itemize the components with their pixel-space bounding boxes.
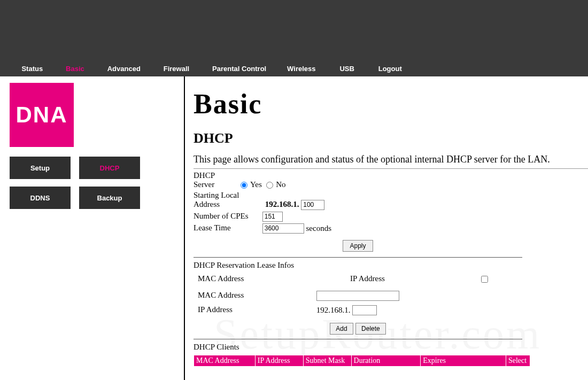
- divider: [194, 257, 522, 258]
- dhcp-server-row: DHCP Server Yes No: [194, 171, 588, 189]
- add-button[interactable]: Add: [330, 323, 353, 335]
- brand-logo: DNA: [10, 83, 74, 147]
- subnav-label: Backup: [97, 194, 122, 202]
- subnav-setup[interactable]: Setup: [10, 157, 71, 179]
- form-ip-label: IP Address: [198, 305, 314, 314]
- reservation-select-all-checkbox[interactable]: [481, 276, 488, 283]
- clients-title: DHCP Clients: [194, 343, 588, 352]
- nav-status[interactable]: Status: [21, 61, 43, 76]
- reservation-col-ip: IP Address: [350, 274, 468, 283]
- reservation-title: DHCP Reservation Lease Infos: [194, 261, 588, 270]
- page-description: This page allows configuration and statu…: [194, 154, 588, 165]
- section-heading: DHCP: [194, 130, 588, 146]
- subnav-backup[interactable]: Backup: [79, 187, 140, 209]
- reservation-form: MAC Address IP Address 192.168.1.: [198, 291, 588, 315]
- subnav-label: Setup: [30, 164, 50, 172]
- form-ip-input[interactable]: [352, 305, 377, 315]
- page-title: Basic: [194, 88, 588, 120]
- nav-basic[interactable]: Basic: [66, 61, 84, 76]
- clients-header-row: MAC Address IP Address Subnet Mask Durat…: [194, 355, 530, 366]
- form-ip-prefix: 192.168.1.: [316, 305, 351, 314]
- start-label: Starting Local Address: [194, 191, 263, 209]
- clients-h-mac: MAC Address: [194, 355, 256, 366]
- dhcp-server-label: DHCP Server: [194, 171, 236, 189]
- lease-row: Lease Time seconds: [194, 223, 588, 234]
- start-value-input[interactable]: [301, 200, 324, 210]
- lease-label: Lease Time: [194, 223, 260, 232]
- top-nav: Status Basic Advanced Firewall Parental …: [0, 61, 588, 76]
- clients-h-ip: IP Address: [255, 355, 303, 366]
- clients-h-expires: Expires: [421, 355, 506, 366]
- apply-button[interactable]: Apply: [343, 240, 373, 252]
- cpe-input[interactable]: [262, 212, 283, 222]
- subnav-dhcp[interactable]: DHCP: [79, 157, 140, 179]
- header-banner: Status Basic Advanced Firewall Parental …: [0, 0, 588, 76]
- main-content: Basic DHCP This page allows configuratio…: [185, 76, 588, 380]
- nav-firewall[interactable]: Firewall: [164, 61, 189, 76]
- reservation-col-mac: MAC Address: [198, 274, 350, 283]
- form-mac-input[interactable]: [316, 291, 399, 301]
- lease-input[interactable]: [262, 223, 304, 234]
- nav-wireless[interactable]: Wireless: [287, 61, 315, 76]
- clients-table: MAC Address IP Address Subnet Mask Durat…: [194, 355, 530, 367]
- dhcp-no-radio[interactable]: [266, 182, 273, 189]
- cpe-row: Number of CPEs: [194, 212, 588, 222]
- divider: [194, 339, 522, 339]
- divider: [194, 168, 588, 169]
- dhcp-yes-radio[interactable]: [241, 182, 247, 189]
- subnav: Setup DHCP DDNS Backup: [10, 157, 173, 209]
- subnav-label: DDNS: [30, 194, 50, 202]
- clients-h-select: Select: [506, 355, 530, 366]
- sidebar: DNA Setup DHCP DDNS Backup: [0, 76, 185, 380]
- nav-parental-control[interactable]: Parental Control: [212, 61, 266, 76]
- reservation-header-row: MAC Address IP Address: [198, 274, 588, 283]
- dhcp-yes-label: Yes: [250, 180, 262, 189]
- clients-h-duration: Duration: [351, 355, 421, 366]
- starting-address-row: Starting Local Address 192.168.1.: [194, 191, 588, 210]
- clients-h-subnet: Subnet Mask: [303, 355, 351, 366]
- form-mac-label: MAC Address: [198, 291, 314, 300]
- nav-usb[interactable]: USB: [339, 61, 354, 76]
- cpe-label: Number of CPEs: [194, 212, 260, 221]
- subnav-ddns[interactable]: DDNS: [10, 187, 71, 209]
- nav-advanced[interactable]: Advanced: [107, 61, 141, 76]
- delete-button[interactable]: Delete: [355, 323, 386, 335]
- nav-logout[interactable]: Logout: [378, 61, 402, 76]
- start-prefix: 192.168.1.: [265, 200, 299, 208]
- lease-unit: seconds: [306, 223, 332, 232]
- dhcp-no-label: No: [276, 180, 285, 189]
- subnav-label: DHCP: [100, 164, 120, 172]
